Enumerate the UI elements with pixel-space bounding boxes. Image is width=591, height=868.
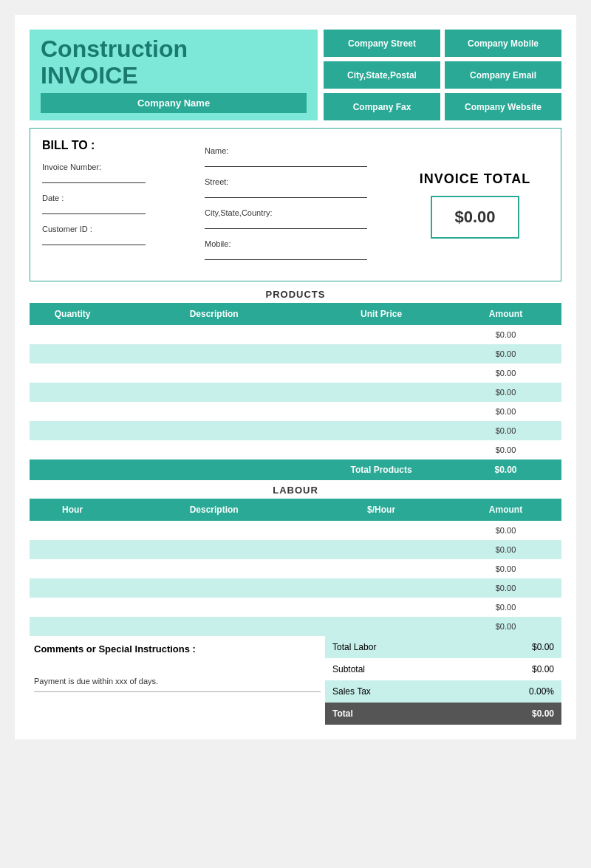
labour-hour-6[interactable] [30,617,115,636]
product-qty-3[interactable] [30,363,115,383]
labour-hour-2[interactable] [30,540,115,559]
grand-total-row: Total $0.00 [325,703,561,725]
subtotal-value: $0.00 [532,664,554,674]
table-row: $0.00 [30,402,561,421]
table-row: $0.00 [30,578,561,598]
date-line[interactable] [42,204,146,214]
bill-section: BILL TO : Invoice Number: Date : Custome… [30,128,561,281]
customer-id-line[interactable] [42,235,146,245]
bill-right: INVOICE TOTAL $0.00 [401,139,549,270]
product-qty-6[interactable] [30,421,115,440]
labour-rate-6[interactable] [312,617,450,636]
labour-desc-6[interactable] [115,617,312,636]
bill-to-title: BILL TO : [42,139,190,152]
labour-desc-5[interactable] [115,598,312,617]
product-up-2[interactable] [312,344,450,363]
product-qty-4[interactable] [30,383,115,402]
invoice-number-field: Invoice Number: [42,163,190,183]
product-qty-5[interactable] [30,402,115,421]
company-fax-btn[interactable]: Company Fax [324,93,440,120]
labour-hour-5[interactable] [30,598,115,617]
grand-total-label: Total [332,708,353,719]
product-up-7[interactable] [312,440,450,459]
company-street-btn[interactable]: Company Street [324,30,440,57]
product-amt-7: $0.00 [450,440,561,459]
product-qty-1[interactable] [30,325,115,344]
table-row: $0.00 [30,521,561,540]
sales-tax-value: 0.00% [529,686,554,697]
company-email-btn[interactable]: Company Email [445,61,561,89]
total-labor-value: $0.00 [532,642,554,652]
header-left: Construction INVOICE Company Name [30,30,318,120]
labour-desc-1[interactable] [115,521,312,540]
invoice-number-line[interactable] [42,173,146,183]
product-up-4[interactable] [312,383,450,402]
labour-desc-4[interactable] [115,578,312,598]
total-labor-row: Total Labor $0.00 [325,636,561,658]
street-line[interactable] [205,188,367,198]
labour-hour-4[interactable] [30,578,115,598]
name-line[interactable] [205,157,367,167]
city-state-country-line[interactable] [205,219,367,229]
product-desc-1[interactable] [115,325,312,344]
footer-section: Comments or Special Instructions : Payme… [30,636,561,725]
mobile-line[interactable] [205,250,367,260]
grand-total-value: $0.00 [532,708,554,719]
labour-hour-3[interactable] [30,559,115,578]
products-col-quantity: Quantity [30,303,115,325]
labour-section-header: LABOUR [30,485,561,496]
labour-rate-3[interactable] [312,559,450,578]
labour-rate-2[interactable] [312,540,450,559]
products-col-amount: Amount [450,303,561,325]
header-right: Company Street Company Mobile City,State… [324,30,561,120]
labour-desc-3[interactable] [115,559,312,578]
subtotal-row: Subtotal $0.00 [325,658,561,680]
product-up-6[interactable] [312,421,450,440]
name-field: Name: [205,146,386,167]
subtotal-label: Subtotal [332,664,365,674]
product-up-1[interactable] [312,325,450,344]
date-field: Date : [42,194,190,214]
product-up-5[interactable] [312,402,450,421]
header: Construction INVOICE Company Name Compan… [30,30,561,120]
product-desc-6[interactable] [115,421,312,440]
product-amt-2: $0.00 [450,344,561,363]
date-label: Date : [42,194,190,202]
city-state-country-field: City,State,Country: [205,208,386,229]
street-label: Street: [205,177,386,186]
products-total-spacer [30,459,312,480]
product-desc-5[interactable] [115,402,312,421]
product-desc-2[interactable] [115,344,312,363]
title-construction: Construction [41,37,307,61]
table-row: $0.00 [30,617,561,636]
company-mobile-btn[interactable]: Company Mobile [445,30,561,57]
labour-col-rate: $/Hour [312,499,450,521]
products-total-value: $0.00 [450,459,561,480]
table-row: $0.00 [30,363,561,383]
product-qty-2[interactable] [30,344,115,363]
products-total-label: Total Products [312,459,450,480]
product-amt-3: $0.00 [450,363,561,383]
labour-amt-2: $0.00 [450,540,561,559]
payment-note: Payment is due within xxx of days. [34,677,321,692]
product-desc-7[interactable] [115,440,312,459]
title-invoice: INVOICE [41,64,307,87]
invoice-container: Construction INVOICE Company Name Compan… [15,15,576,739]
sales-tax-label: Sales Tax [332,686,371,697]
labour-rate-1[interactable] [312,521,450,540]
labour-amt-3: $0.00 [450,559,561,578]
product-up-3[interactable] [312,363,450,383]
table-row: $0.00 [30,325,561,344]
city-state-postal-btn[interactable]: City,State,Postal [324,61,440,89]
labour-amt-4: $0.00 [450,578,561,598]
labour-desc-2[interactable] [115,540,312,559]
labour-rate-5[interactable] [312,598,450,617]
company-name-bar[interactable]: Company Name [41,93,307,113]
product-qty-7[interactable] [30,440,115,459]
labour-hour-1[interactable] [30,521,115,540]
product-desc-4[interactable] [115,383,312,402]
labour-rate-4[interactable] [312,578,450,598]
company-website-btn[interactable]: Company Website [445,93,561,120]
product-desc-3[interactable] [115,363,312,383]
products-col-description: Description [115,303,312,325]
